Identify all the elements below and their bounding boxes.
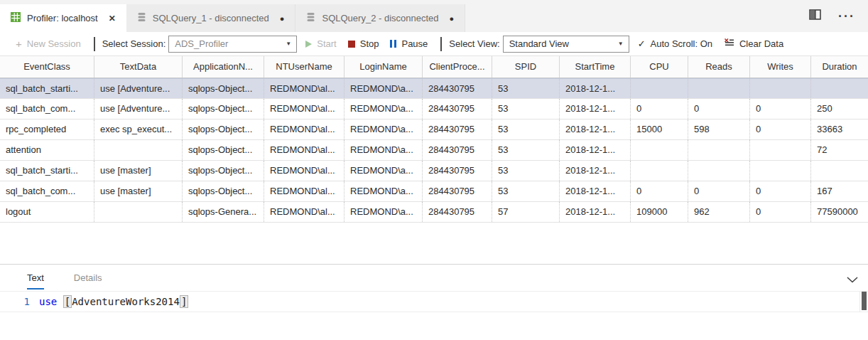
- grid-cell[interactable]: 53: [492, 119, 560, 139]
- grid-cell[interactable]: REDMOND\a...: [345, 79, 423, 98]
- table-row[interactable]: sql_batch_com...use [master]sqlops-Objec…: [0, 181, 868, 202]
- grid-cell[interactable]: 2018-12-1...: [560, 140, 631, 160]
- grid-cell[interactable]: sql_batch_starti...: [0, 79, 94, 98]
- grid-cell[interactable]: sqlops-Object...: [183, 161, 264, 181]
- grid-cell[interactable]: 53: [492, 140, 560, 160]
- grid-cell[interactable]: 0: [688, 181, 750, 201]
- grid-cell[interactable]: 284430795: [423, 181, 492, 201]
- editor-scrollbar[interactable]: [859, 291, 868, 312]
- grid-cell[interactable]: REDMOND\a...: [345, 202, 423, 222]
- grid-cell[interactable]: 598: [688, 119, 750, 139]
- grid-cell[interactable]: exec sp_execut...: [94, 119, 183, 139]
- grid-cell[interactable]: REDMOND\al...: [264, 99, 345, 119]
- grid-cell[interactable]: 2018-12-1...: [560, 79, 631, 98]
- collapse-panel-chevron-icon[interactable]: [847, 273, 858, 286]
- grid-cell[interactable]: attention: [0, 140, 94, 160]
- grid-cell[interactable]: 962: [688, 202, 750, 222]
- grid-cell[interactable]: 53: [492, 161, 560, 181]
- grid-cell[interactable]: 250: [811, 99, 868, 119]
- grid-cell[interactable]: 33663: [811, 119, 868, 139]
- new-session-button[interactable]: + New Session: [16, 38, 81, 50]
- grid-cell[interactable]: 2018-12-1...: [560, 161, 631, 181]
- text-editor[interactable]: 1 use [ AdventureWorks2014 ]: [0, 291, 868, 312]
- clear-data-button[interactable]: Clear Data: [724, 38, 783, 50]
- table-row[interactable]: sql_batch_starti...use [master]sqlops-Ob…: [0, 161, 868, 181]
- grid-cell[interactable]: sql_batch_starti...: [0, 161, 94, 181]
- grid-cell[interactable]: [94, 140, 183, 160]
- grid-cell[interactable]: 0: [631, 181, 688, 201]
- start-button[interactable]: Start: [305, 38, 336, 49]
- tab-text[interactable]: Text: [27, 272, 44, 289]
- column-header-cpu[interactable]: CPU: [631, 56, 688, 78]
- grid-cell[interactable]: sqlops-Genera...: [183, 202, 264, 222]
- code-line[interactable]: 1 use [ AdventureWorks2014 ]: [0, 291, 868, 312]
- grid-cell[interactable]: sqlops-Object...: [183, 99, 264, 119]
- column-header-duration[interactable]: Duration: [811, 56, 868, 78]
- grid-cell[interactable]: 284430795: [423, 99, 492, 119]
- grid-cell[interactable]: 284430795: [423, 161, 492, 181]
- grid-cell[interactable]: REDMOND\al...: [264, 202, 345, 222]
- grid-cell[interactable]: [750, 161, 811, 181]
- grid-cell[interactable]: REDMOND\al...: [264, 79, 345, 98]
- grid-cell[interactable]: [631, 79, 688, 98]
- table-row[interactable]: rpc_completedexec sp_execut...sqlops-Obj…: [0, 119, 868, 140]
- tab-profiler-localhost[interactable]: Profiler: localhost ✕: [0, 4, 126, 32]
- grid-cell[interactable]: use [master]: [94, 161, 183, 181]
- grid-cell[interactable]: 284430795: [423, 140, 492, 160]
- grid-cell[interactable]: REDMOND\a...: [345, 99, 423, 119]
- table-row[interactable]: logoutsqlops-Genera...REDMOND\al...REDMO…: [0, 202, 868, 223]
- grid-cell[interactable]: [688, 161, 750, 181]
- grid-cell[interactable]: 2018-12-1...: [560, 181, 631, 201]
- column-header-reads[interactable]: Reads: [688, 56, 750, 78]
- grid-cell[interactable]: 2018-12-1...: [560, 202, 631, 222]
- grid-cell[interactable]: 77590000: [811, 202, 868, 222]
- grid-cell[interactable]: REDMOND\al...: [264, 161, 345, 181]
- table-row[interactable]: sql_batch_com...use [Adventure...sqlops-…: [0, 99, 868, 119]
- grid-cell[interactable]: REDMOND\a...: [345, 140, 423, 160]
- grid-cell[interactable]: 2018-12-1...: [560, 99, 631, 119]
- stop-button[interactable]: Stop: [348, 38, 379, 49]
- tab-sqlquery-2[interactable]: SQLQuery_2 - disconnected ●: [295, 4, 465, 32]
- grid-cell[interactable]: [631, 161, 688, 181]
- grid-cell[interactable]: 284430795: [423, 119, 492, 139]
- grid-cell[interactable]: 2018-12-1...: [560, 119, 631, 139]
- grid-cell[interactable]: [811, 161, 868, 181]
- grid-cell[interactable]: 15000: [631, 119, 688, 139]
- grid-cell[interactable]: 53: [492, 181, 560, 201]
- column-header-starttime[interactable]: StartTime: [560, 56, 631, 78]
- grid-cell[interactable]: use [master]: [94, 181, 183, 201]
- grid-cell[interactable]: 284430795: [423, 202, 492, 222]
- table-row[interactable]: sql_batch_starti...use [Adventure...sqlo…: [0, 78, 868, 99]
- grid-cell[interactable]: REDMOND\a...: [345, 181, 423, 201]
- auto-scroll-toggle[interactable]: ✓ Auto Scroll: On: [638, 38, 712, 49]
- grid-cell[interactable]: 167: [811, 181, 868, 201]
- grid-cell[interactable]: 0: [631, 99, 688, 119]
- more-actions-icon[interactable]: ···: [838, 13, 855, 20]
- grid-cell[interactable]: REDMOND\a...: [345, 161, 423, 181]
- scrollbar-thumb[interactable]: [862, 292, 867, 310]
- grid-cell[interactable]: sql_batch_com...: [0, 181, 94, 201]
- grid-cell[interactable]: sql_batch_com...: [0, 99, 94, 119]
- table-row[interactable]: attentionsqlops-Object...REDMOND\al...RE…: [0, 140, 868, 161]
- pause-button[interactable]: Pause: [390, 38, 428, 49]
- close-icon[interactable]: ✕: [109, 14, 116, 23]
- grid-cell[interactable]: 284430795: [423, 79, 492, 98]
- grid-cell[interactable]: 0: [688, 99, 750, 119]
- grid-cell[interactable]: 109000: [631, 202, 688, 222]
- column-header-textdata[interactable]: TextData: [94, 56, 183, 78]
- grid-cell[interactable]: sqlops-Object...: [183, 140, 264, 160]
- grid-cell[interactable]: [94, 202, 183, 222]
- grid-cell[interactable]: 53: [492, 99, 560, 119]
- column-header-clientproce[interactable]: ClientProce...: [423, 56, 492, 78]
- grid-cell[interactable]: 0: [750, 181, 811, 201]
- session-dropdown[interactable]: ADS_Profiler ▼: [168, 36, 297, 53]
- column-header-ntusername[interactable]: NTUserName: [264, 56, 345, 78]
- grid-cell[interactable]: 0: [750, 119, 811, 139]
- tab-sqlquery-1[interactable]: SQLQuery_1 - disconnected ●: [126, 4, 296, 32]
- grid-cell[interactable]: 0: [750, 202, 811, 222]
- grid-cell[interactable]: use [Adventure...: [94, 99, 183, 119]
- grid-cell[interactable]: [750, 140, 811, 160]
- column-header-eventclass[interactable]: EventClass: [0, 56, 94, 78]
- grid-cell[interactable]: 0: [750, 99, 811, 119]
- split-editor-icon[interactable]: [809, 9, 821, 23]
